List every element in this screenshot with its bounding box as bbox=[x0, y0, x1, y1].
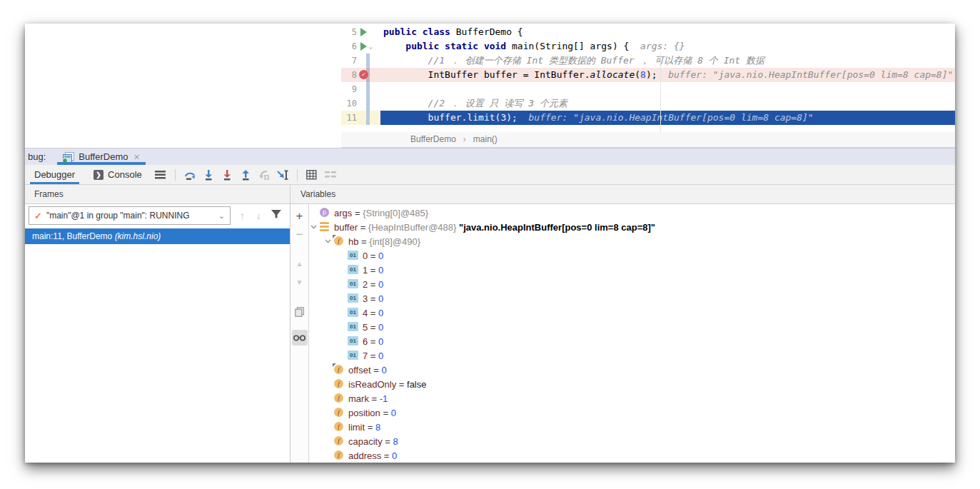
tab-debugger[interactable]: Debugger bbox=[30, 165, 79, 184]
variable-row-position[interactable]: fposition = 0 bbox=[309, 405, 955, 420]
chevron-spacer bbox=[338, 308, 346, 317]
move-down-icon[interactable]: ▼ bbox=[292, 274, 308, 290]
gutter-line-11[interactable]: 11 bbox=[341, 111, 380, 125]
code-text[interactable] bbox=[380, 82, 955, 96]
toolbar-separator bbox=[175, 169, 176, 181]
tab-bufferdemo-session[interactable]: BufferDemo × bbox=[59, 148, 143, 165]
code-text[interactable]: public static void main(String[] args) {… bbox=[380, 39, 955, 54]
code-line-7[interactable]: 7 //1 ． 创建一个存储 Int 类型数据的 Buffer ， 可以存储 8… bbox=[341, 54, 955, 68]
hamburger-menu-icon[interactable] bbox=[152, 167, 169, 183]
code-line-9[interactable]: 9 bbox=[341, 82, 955, 96]
variable-row-limit[interactable]: flimit = 8 bbox=[309, 420, 955, 434]
primitive-element-icon: 01 bbox=[348, 279, 359, 289]
code-line-6[interactable]: 6⌄ public static void main(String[] args… bbox=[341, 39, 955, 54]
variable-value: {int[8]@490} bbox=[369, 236, 420, 247]
remove-watch-icon[interactable]: − bbox=[292, 227, 308, 243]
show-watches-icon[interactable] bbox=[292, 330, 308, 346]
code-line-11[interactable]: 11 buffer.limit(3); buffer: "java.nio.He… bbox=[341, 111, 955, 125]
gutter-line-5[interactable]: 5 bbox=[341, 25, 380, 39]
breadcrumb-method[interactable]: main() bbox=[473, 134, 497, 144]
equals-sign: = bbox=[368, 251, 378, 261]
code-text[interactable]: //2 ． 设置 只 读写 3 个元素 bbox=[380, 96, 955, 111]
variable-row-buffer[interactable]: buffer = {HeapIntBuffer@488} "java.nio.H… bbox=[309, 220, 955, 234]
variable-row-0[interactable]: 010 = 0 bbox=[309, 248, 955, 263]
run-icon[interactable] bbox=[360, 42, 367, 51]
variable-row-2[interactable]: 012 = 0 bbox=[309, 277, 955, 291]
breadcrumb-class[interactable]: BufferDemo bbox=[410, 134, 456, 144]
variable-name: buffer bbox=[334, 222, 358, 233]
field-icon: f bbox=[333, 436, 345, 446]
step-over-icon[interactable] bbox=[181, 167, 198, 183]
equals-sign: = bbox=[365, 422, 375, 433]
run-icon[interactable] bbox=[360, 28, 367, 36]
code-editor[interactable]: 5public class BufferDemo {6⌄ public stat… bbox=[25, 24, 955, 132]
vcs-change-stripe bbox=[366, 54, 370, 68]
line-number: 10 bbox=[341, 96, 357, 111]
variable-row-3[interactable]: 013 = 0 bbox=[309, 291, 955, 306]
variable-row-7[interactable]: 017 = 0 bbox=[309, 348, 955, 363]
variable-name: 7 bbox=[363, 351, 368, 361]
chevron-spacer bbox=[338, 323, 346, 331]
restore-layout-icon[interactable] bbox=[322, 167, 339, 183]
gutter-line-7[interactable]: 7 bbox=[341, 54, 380, 68]
debug-session-tab-label[interactable]: BufferDemo bbox=[79, 151, 128, 162]
duplicate-icon[interactable] bbox=[292, 304, 308, 320]
drop-frame-icon[interactable] bbox=[256, 167, 273, 183]
code-text[interactable]: IntBuffer buffer = IntBuffer.allocate(8)… bbox=[380, 68, 955, 82]
thread-selector-dropdown[interactable]: ✓ "main"@1 in group "main": RUNNING ⌄ bbox=[29, 206, 231, 225]
filter-frames-icon[interactable] bbox=[271, 209, 281, 222]
field-icon: f bbox=[333, 393, 345, 403]
primitive-element-icon: 01 bbox=[348, 351, 359, 361]
variable-name: 2 bbox=[363, 279, 368, 290]
thread-selector-row: ✓ "main"@1 in group "main": RUNNING ⌄ ↑ … bbox=[25, 204, 290, 227]
step-out-icon[interactable] bbox=[237, 167, 254, 183]
variable-row-address[interactable]: faddress = 0 bbox=[309, 448, 955, 463]
chevron-spacer bbox=[323, 437, 332, 445]
code-text[interactable]: public class BufferDemo { bbox=[380, 25, 955, 39]
variable-row-hb[interactable]: fhb = {int[8]@490} bbox=[309, 234, 955, 248]
step-into-icon[interactable] bbox=[200, 167, 217, 183]
frame-up-icon[interactable]: ↑ bbox=[240, 210, 245, 221]
variables-toolbar: + − ▲ ▼ bbox=[291, 204, 309, 463]
console-tab-label[interactable]: Console bbox=[108, 169, 142, 180]
chevron-expanded-icon[interactable] bbox=[309, 223, 318, 231]
debugger-toolbar: Debugger ❯ Console bbox=[25, 165, 955, 185]
variable-row-6[interactable]: 016 = 0 bbox=[309, 334, 955, 348]
code-text[interactable]: buffer.limit(3); buffer: "java.nio.HeapI… bbox=[380, 111, 955, 125]
close-icon[interactable]: × bbox=[133, 151, 139, 163]
stack-frame-row[interactable]: main:11, BufferDemo (kim.hsl.nio) bbox=[25, 228, 290, 244]
gutter-line-10[interactable]: 10 bbox=[341, 96, 380, 111]
breakpoint-icon[interactable]: ✓ bbox=[359, 70, 368, 79]
variable-row-offset[interactable]: foffset = 0 bbox=[309, 363, 955, 377]
debug-session-icon bbox=[63, 152, 74, 162]
variable-row-5[interactable]: 015 = 0 bbox=[309, 320, 955, 334]
variable-row-capacity[interactable]: fcapacity = 8 bbox=[309, 434, 955, 448]
code-line-8[interactable]: 8✓ IntBuffer buffer = IntBuffer.allocate… bbox=[341, 68, 955, 82]
variable-row-4[interactable]: 014 = 0 bbox=[309, 306, 955, 320]
code-text[interactable]: //1 ． 创建一个存储 Int 类型数据的 Buffer ， 可以存储 8 个… bbox=[380, 54, 955, 68]
code-line-5[interactable]: 5public class BufferDemo { bbox=[341, 25, 955, 39]
variable-row-1[interactable]: 011 = 0 bbox=[309, 263, 955, 277]
fold-marker-icon[interactable]: ⌄ bbox=[368, 39, 373, 54]
gutter-line-8[interactable]: 8✓ bbox=[341, 68, 380, 82]
view-breakpoints-grid-icon[interactable] bbox=[303, 167, 320, 183]
variable-row-mark[interactable]: fmark = -1 bbox=[309, 391, 955, 405]
debugger-tab-label[interactable]: Debugger bbox=[34, 169, 75, 180]
field-icon: f bbox=[333, 365, 345, 375]
tab-console[interactable]: ❯ Console bbox=[89, 165, 146, 184]
variable-row-args[interactable]: pargs = {String[0]@485} bbox=[309, 206, 955, 220]
breadcrumb[interactable]: BufferDemo›main() bbox=[341, 132, 955, 148]
add-watch-icon[interactable]: + bbox=[292, 208, 308, 224]
chevron-expanded-icon[interactable] bbox=[323, 237, 332, 246]
frame-down-icon[interactable]: ↓ bbox=[256, 210, 261, 221]
gutter-line-9[interactable]: 9 bbox=[341, 82, 380, 96]
force-step-into-icon[interactable] bbox=[218, 167, 236, 183]
gutter-line-6[interactable]: 6⌄ bbox=[341, 39, 380, 54]
code-area[interactable]: 5public class BufferDemo {6⌄ public stat… bbox=[341, 24, 955, 132]
move-up-icon[interactable]: ▲ bbox=[292, 256, 308, 271]
variable-row-isReadOnly[interactable]: fisReadOnly = false bbox=[309, 377, 955, 391]
equals-sign: = bbox=[383, 436, 393, 447]
panel-divider[interactable] bbox=[290, 185, 291, 204]
run-to-cursor-icon[interactable] bbox=[274, 167, 291, 183]
code-line-10[interactable]: 10 //2 ． 设置 只 读写 3 个元素 bbox=[341, 96, 955, 111]
